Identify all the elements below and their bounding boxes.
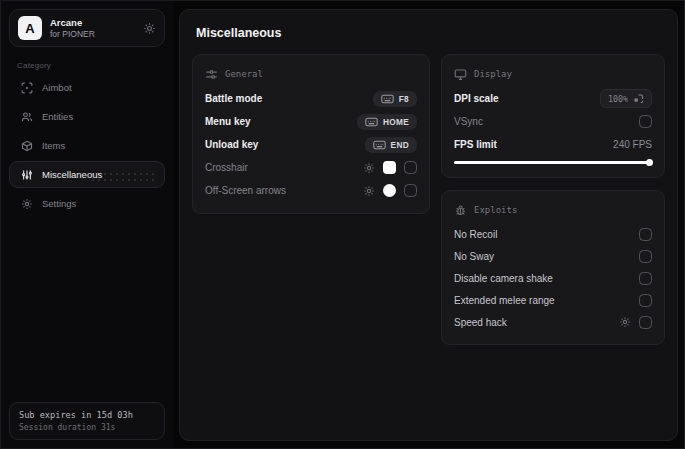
vsync-checkbox[interactable] xyxy=(639,115,652,128)
bug-icon xyxy=(454,204,467,217)
sidebar-item-items[interactable]: Items xyxy=(9,132,165,159)
vsync-row: VSync xyxy=(454,110,652,133)
sidebar-item-miscellaneous[interactable]: Miscellaneous xyxy=(9,161,165,188)
general-card-title: General xyxy=(225,69,263,79)
no-recoil-row: No Recoil xyxy=(454,223,652,245)
gear-icon[interactable] xyxy=(363,185,375,197)
sidebar-item-entities[interactable]: Entities xyxy=(9,103,165,130)
offscreen-arrows-row: Off-Screen arrows xyxy=(205,179,417,202)
sidebar-item-label: Entities xyxy=(42,111,73,122)
app-subtitle: for PIONER xyxy=(50,29,135,40)
no-sway-checkbox[interactable] xyxy=(639,250,652,263)
exploits-card-header: Exploits xyxy=(454,200,652,220)
gear-icon[interactable] xyxy=(143,22,156,35)
scan-icon xyxy=(20,82,33,94)
sliders-icon xyxy=(20,169,33,181)
menu-key-label: Menu key xyxy=(205,116,251,127)
app-logo: A xyxy=(18,16,42,40)
disable-camera-shake-checkbox[interactable] xyxy=(639,272,652,285)
no-sway-row: No Sway xyxy=(454,245,652,267)
session-duration-text: Session duration 31s xyxy=(19,423,155,432)
unload-key-label: Unload key xyxy=(205,139,258,150)
dpi-scale-label: DPI scale xyxy=(454,93,498,104)
crosshair-checkbox[interactable] xyxy=(404,161,417,174)
speed-hack-label: Speed hack xyxy=(454,317,507,328)
crosshair-label: Crosshair xyxy=(205,162,248,173)
extended-melee-range-checkbox[interactable] xyxy=(639,294,652,307)
exploits-card-title: Exploits xyxy=(474,205,517,215)
app-window: A Arcane for PIONER Category xyxy=(0,0,685,449)
slider-knob[interactable] xyxy=(646,159,653,166)
gear-icon[interactable] xyxy=(619,316,631,328)
main-panel: Miscellaneous General xyxy=(179,9,678,441)
keyboard-icon xyxy=(365,117,378,127)
unload-key-row: Unload key END xyxy=(205,133,417,156)
app-name: Arcane xyxy=(50,17,135,29)
unload-key-keybind[interactable]: END xyxy=(365,137,417,153)
exploits-card: Exploits No Recoil No Sway Disable camer… xyxy=(441,190,665,345)
display-card: Display DPI scale 100% xyxy=(441,54,665,178)
battle-mode-key: F8 xyxy=(399,94,409,104)
speed-hack-row: Speed hack xyxy=(454,311,652,333)
sidebar: A Arcane for PIONER Category xyxy=(1,1,173,448)
crosshair-row: Crosshair xyxy=(205,156,417,179)
sidebar-item-settings[interactable]: Settings xyxy=(9,190,165,217)
brand-text: Arcane for PIONER xyxy=(50,17,135,40)
display-card-title: Display xyxy=(474,69,512,79)
battle-mode-row: Battle mode F8 xyxy=(205,87,417,110)
monitor-icon xyxy=(454,68,467,81)
category-label: Category xyxy=(17,61,165,70)
extended-melee-range-label: Extended melee range xyxy=(454,295,555,306)
menu-key-key: HOME xyxy=(383,117,409,127)
users-icon xyxy=(20,111,33,123)
keyboard-icon xyxy=(373,140,386,150)
fps-limit-row: FPS limit 240 FPS xyxy=(454,133,652,156)
general-card-header: General xyxy=(205,64,417,84)
disable-camera-shake-label: Disable camera shake xyxy=(454,273,553,284)
menu-key-keybind[interactable]: HOME xyxy=(357,114,417,130)
display-card-header: Display xyxy=(454,64,652,84)
menu-key-row: Menu key HOME xyxy=(205,110,417,133)
battle-mode-keybind[interactable]: F8 xyxy=(373,91,417,107)
battle-mode-label: Battle mode xyxy=(205,93,262,104)
sidebar-item-aimbot[interactable]: Aimbot xyxy=(9,74,165,101)
offscreen-arrows-checkbox[interactable] xyxy=(404,184,417,197)
extended-melee-range-row: Extended melee range xyxy=(454,289,652,311)
unload-key-key: END xyxy=(391,140,409,150)
scaling-icon xyxy=(633,93,644,104)
dpi-scale-select[interactable]: 100% xyxy=(600,89,652,108)
sidebar-nav: Aimbot Entities xyxy=(9,74,165,217)
fps-limit-label: FPS limit xyxy=(454,139,497,150)
sidebar-item-label: Settings xyxy=(42,198,76,209)
offscreen-arrows-color-swatch[interactable] xyxy=(383,184,396,197)
offscreen-arrows-label: Off-Screen arrows xyxy=(205,185,286,196)
slider-fill xyxy=(454,161,652,164)
no-recoil-checkbox[interactable] xyxy=(639,228,652,241)
gear-icon xyxy=(20,198,33,210)
sidebar-item-label: Items xyxy=(42,140,65,151)
sidebar-item-label: Miscellaneous xyxy=(42,169,102,180)
no-recoil-label: No Recoil xyxy=(454,229,497,240)
keyboard-icon xyxy=(381,94,394,104)
brand-card: A Arcane for PIONER xyxy=(9,9,165,47)
disable-camera-shake-row: Disable camera shake xyxy=(454,267,652,289)
fps-limit-value: 240 FPS xyxy=(613,139,652,150)
vsync-label: VSync xyxy=(454,116,483,127)
sliders-horizontal-icon xyxy=(205,68,218,81)
crosshair-color-swatch[interactable] xyxy=(383,161,396,174)
page-title: Miscellaneous xyxy=(196,26,665,40)
dpi-scale-value: 100% xyxy=(608,94,628,104)
speed-hack-checkbox[interactable] xyxy=(639,316,652,329)
sub-expiry-text: Sub expires in 15d 03h xyxy=(19,410,155,420)
gear-icon[interactable] xyxy=(363,162,375,174)
no-sway-label: No Sway xyxy=(454,251,494,262)
sidebar-item-label: Aimbot xyxy=(42,82,72,93)
dpi-scale-row: DPI scale 100% xyxy=(454,87,652,110)
subscription-info: Sub expires in 15d 03h Session duration … xyxy=(9,402,165,440)
box-icon xyxy=(20,140,33,152)
fps-limit-slider[interactable] xyxy=(454,158,652,166)
general-card: General Battle mode F8 xyxy=(192,54,430,214)
